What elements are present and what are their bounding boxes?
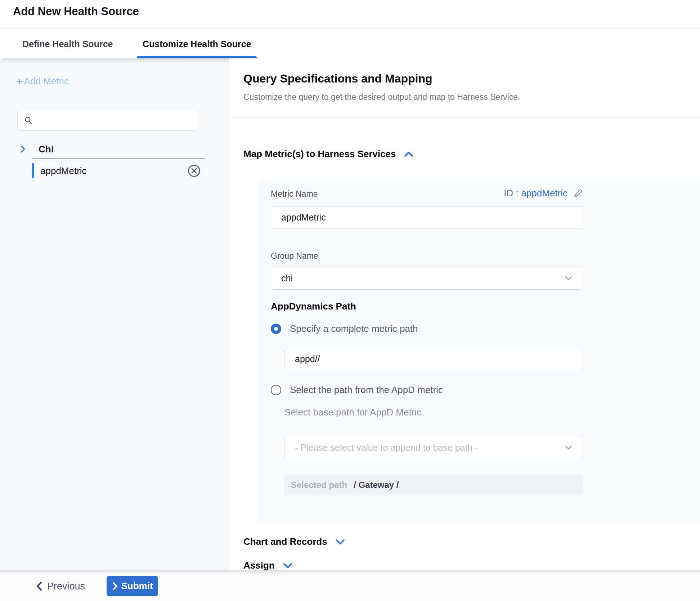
group-name-select[interactable]: chi: [271, 267, 583, 290]
panel-subtitle: Customize the query to get the desired o…: [243, 92, 520, 102]
page-title: Add New Health Source: [13, 5, 139, 18]
radio-label: Select the path from the AppD metric: [290, 384, 443, 396]
search-input[interactable]: [37, 115, 188, 125]
selected-indicator: [32, 163, 34, 178]
id-label: ID :: [504, 188, 518, 199]
selected-path-label: Selected path: [291, 480, 347, 490]
radio-select-appd-path[interactable]: Select the path from the AppD metric: [271, 384, 443, 396]
tab-bar: Define Health Source Customize Health So…: [0, 30, 700, 58]
chevron-down-icon: [564, 275, 573, 281]
dialog-header: Add New Health Source: [0, 0, 700, 29]
chevron-right-icon: [112, 582, 118, 591]
divider: [230, 117, 700, 117]
tab-customize-health-source[interactable]: Customize Health Source: [137, 30, 257, 58]
circle-x-icon: [187, 164, 201, 178]
add-metric-label: Add Metric: [24, 76, 69, 87]
metric-label: appdMetric: [40, 165, 87, 177]
tab-label: Define Health Source: [22, 39, 113, 49]
chevron-down-icon: [564, 445, 573, 450]
search-icon: [24, 116, 33, 125]
section-map-metrics-toggle[interactable]: Map Metric(s) to Harness Services: [243, 148, 414, 160]
appdynamics-path-label: AppDynamics Path: [271, 301, 356, 312]
group-name-value: chi: [281, 273, 293, 284]
tab-label: Customize Health Source: [143, 39, 251, 49]
radio-selected-icon: [271, 324, 281, 334]
base-path-placeholder: - Please select value to append to base …: [295, 442, 478, 453]
dialog-body: + Add Metric Chi appdMetric: [0, 58, 700, 570]
remove-metric-button[interactable]: [187, 164, 201, 178]
previous-button[interactable]: Previous: [36, 577, 85, 596]
radio-unselected-icon: [271, 385, 281, 395]
sidebar-divider: [32, 158, 205, 159]
radio-complete-metric-path[interactable]: Specify a complete metric path: [271, 323, 418, 334]
section-title: Map Metric(s) to Harness Services: [243, 148, 396, 160]
chevron-down-icon: [335, 538, 345, 546]
id-value-link[interactable]: appdMetric: [521, 188, 567, 199]
edit-id-button[interactable]: [573, 188, 583, 199]
chevron-right-icon: [19, 145, 27, 153]
metric-name-input[interactable]: [271, 206, 583, 228]
add-metric-button[interactable]: + Add Metric: [16, 76, 69, 87]
chevron-down-icon: [283, 562, 293, 569]
submit-button[interactable]: Submit: [107, 576, 158, 596]
group-name-label: Group Name: [271, 251, 318, 261]
chevron-left-icon: [36, 582, 43, 591]
pencil-icon: [573, 188, 583, 199]
metric-search-box[interactable]: [17, 110, 197, 131]
section-title: Assign: [243, 560, 275, 571]
tab-define-health-source[interactable]: Define Health Source: [22, 30, 113, 58]
panel-title: Query Specifications and Mapping: [243, 72, 432, 85]
section-title: Chart and Records: [243, 536, 327, 547]
active-tab-underline: [137, 56, 257, 58]
previous-label: Previous: [47, 581, 85, 592]
plus-icon: +: [16, 77, 23, 86]
submit-label: Submit: [121, 580, 153, 592]
dialog-footer: Previous Submit: [0, 570, 700, 601]
chevron-up-icon: [404, 151, 414, 158]
radio-label: Specify a complete metric path: [290, 323, 418, 334]
section-assign-toggle[interactable]: Assign: [243, 560, 293, 571]
metrics-sidebar: + Add Metric Chi appdMetric: [0, 58, 229, 570]
map-metrics-card: Metric Name ID : appdMetric Group Name c…: [258, 179, 700, 524]
metric-path-input[interactable]: [284, 348, 583, 370]
add-health-source-dialog: Add New Health Source Define Health Sour…: [0, 0, 700, 601]
base-path-label: Select base path for AppD Metric: [284, 407, 421, 418]
section-chart-and-records-toggle[interactable]: Chart and Records: [243, 536, 345, 547]
query-spec-panel: Query Specifications and Mapping Customi…: [229, 58, 700, 570]
sidebar-item-appdmetric[interactable]: appdMetric: [0, 162, 229, 179]
metric-id-row: ID : appdMetric: [504, 188, 583, 199]
selected-path-value: / Gateway /: [354, 480, 399, 490]
metric-name-label: Metric Name: [271, 189, 318, 199]
base-path-select[interactable]: - Please select value to append to base …: [284, 436, 583, 459]
sidebar-group-chi[interactable]: Chi: [0, 141, 229, 158]
group-label: Chi: [39, 144, 54, 155]
selected-path-bar: Selected path / Gateway /: [284, 475, 583, 495]
